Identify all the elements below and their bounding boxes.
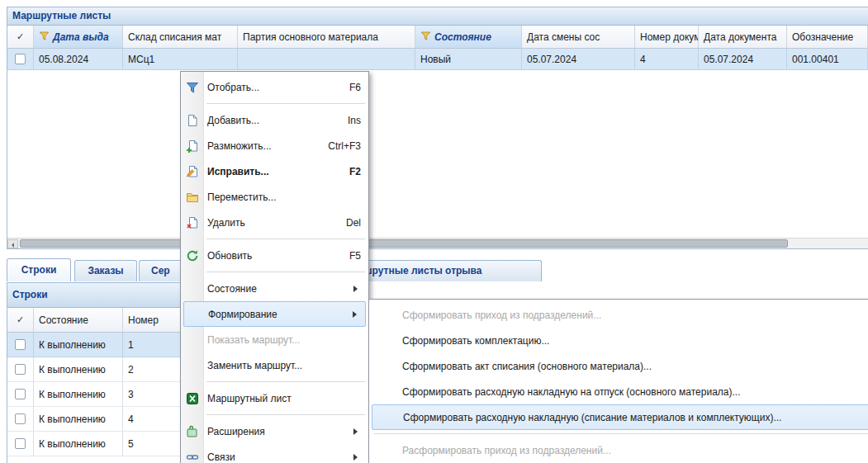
lower-tab-bar: Строки Заказы Сер Маршрутные листы отрыв… <box>7 257 868 281</box>
move-folder-icon <box>186 191 199 204</box>
column-header-select-all[interactable]: ✓ <box>7 26 34 49</box>
submenu-item-form-receipt-from-departments[interactable]: Сформировать приход из подразделений... <box>369 302 868 328</box>
submenu-arrow-icon <box>353 286 361 292</box>
menu-item-delete[interactable]: Удалить Del <box>181 210 368 235</box>
column-label: Состояние <box>39 314 88 326</box>
column-header-row-state[interactable]: Состояние <box>34 308 123 333</box>
menu-item-links[interactable]: Связи <box>181 444 368 463</box>
column-header-state[interactable]: Состояние <box>415 26 522 49</box>
horizontal-scrollbar[interactable] <box>7 238 868 248</box>
cell-doc-number: 4 <box>635 49 699 70</box>
tab-stroki[interactable]: Строки <box>7 258 71 281</box>
menu-item-extensions[interactable]: Расширения <box>181 418 368 444</box>
submenu-item-form-writeoff-act[interactable]: Сформировать акт списания (основного мат… <box>369 353 868 379</box>
column-header-doc-number[interactable]: Номер докум <box>635 26 699 49</box>
check-glyph: ✓ <box>17 31 24 42</box>
column-header-designation[interactable]: Обозначение <box>787 26 868 49</box>
row-checkbox[interactable] <box>15 438 26 449</box>
cell-row-state: К выполнению <box>34 333 123 357</box>
column-header-select-all[interactable]: ✓ <box>7 308 34 333</box>
menu-item-edit[interactable]: Исправить... F2 <box>181 158 368 184</box>
row-checkbox[interactable] <box>15 54 26 64</box>
menu-item-show-route[interactable]: Показать маршрут... <box>181 327 368 352</box>
extensions-icon <box>186 425 199 438</box>
submenu-item-unform-receipt-from-departments[interactable]: Расформировать приход из подразделений..… <box>369 437 868 463</box>
scrollbar-thumb[interactable] <box>20 239 788 248</box>
row-checkbox[interactable] <box>15 389 26 399</box>
menu-item-replace-route[interactable]: Заменить маршрут... <box>181 352 368 378</box>
column-header-issue-date[interactable]: Дата выда <box>34 26 123 49</box>
menu-separator <box>206 381 365 382</box>
column-header-state-change-date[interactable]: Дата смены сос <box>522 26 635 49</box>
refresh-icon <box>186 249 199 262</box>
submenu-arrow-icon <box>353 428 361 435</box>
add-document-icon <box>186 114 199 127</box>
row-checkbox-cell <box>7 432 34 456</box>
column-label: Номер <box>128 314 159 326</box>
menu-item-refresh[interactable]: Обновить F5 <box>181 243 368 268</box>
row-checkbox-cell <box>7 49 34 70</box>
row-checkbox-cell <box>7 357 34 382</box>
menu-separator <box>206 239 365 239</box>
column-label: Дата выда <box>53 31 109 43</box>
route-sheets-panel: Маршрутные листы ✓ Дата выда Склад списа… <box>7 7 868 249</box>
menu-item-state[interactable]: Состояние <box>181 276 368 301</box>
edit-document-icon <box>186 165 199 178</box>
submenu-item-form-expense-invoice-writeoff[interactable]: Сформировать расходную накладную (списан… <box>372 404 868 430</box>
cell-writeoff-warehouse: МСц1 <box>123 49 238 70</box>
menu-item-add[interactable]: Добавить... Ins <box>181 107 368 133</box>
submenu-arrow-icon <box>353 311 360 318</box>
cell-state: Новый <box>415 49 522 70</box>
row-checkbox-cell <box>7 333 34 357</box>
delete-document-icon <box>186 216 199 229</box>
column-label: Дата смены сос <box>527 31 600 43</box>
cell-row-state: К выполнению <box>34 357 123 382</box>
cell-row-state: К выполнению <box>34 432 123 456</box>
menu-item-duplicate[interactable]: Размножить... Ctrl+F3 <box>181 133 368 158</box>
excel-icon <box>186 392 199 405</box>
app-window: Маршрутные листы ✓ Дата выда Склад списа… <box>0 0 868 463</box>
column-label: Обозначение <box>792 31 853 43</box>
column-label: Склад списания мат <box>128 31 221 43</box>
row-checkbox-cell <box>7 407 34 432</box>
menu-item-formation[interactable]: Формирование <box>183 301 366 327</box>
menu-item-select[interactable]: Отобрать... F6 <box>181 74 368 100</box>
route-grid-header: ✓ Дата выда Склад списания мат Партия ос… <box>7 26 868 49</box>
tab-zakazy[interactable]: Заказы <box>74 260 137 281</box>
cell-row-state: К выполнению <box>34 407 123 432</box>
menu-separator <box>206 414 365 415</box>
menu-separator <box>374 433 868 434</box>
column-header-doc-date[interactable]: Дата документа <box>699 26 787 49</box>
table-row[interactable]: 05.08.2024 МСц1 Новый 05.07.2024 4 05.07… <box>7 49 868 70</box>
column-header-writeoff-warehouse[interactable]: Склад списания мат <box>123 26 238 49</box>
cell-state-change-date: 05.07.2024 <box>522 49 635 70</box>
filter-funnel-icon <box>420 31 431 44</box>
column-label: Дата документа <box>704 31 776 43</box>
menu-separator <box>206 103 365 104</box>
row-checkbox[interactable] <box>15 339 26 350</box>
submenu-item-form-expense-invoice-issue[interactable]: Сформировать расходную накладную на отпу… <box>369 379 868 404</box>
column-header-main-material-batch[interactable]: Партия основного материала <box>238 26 415 49</box>
duplicate-document-icon <box>186 139 199 153</box>
cell-designation: 001.00401 <box>787 49 868 70</box>
row-checkbox[interactable] <box>15 413 26 424</box>
menu-item-route-sheet[interactable]: Маршрутный лист <box>181 385 368 411</box>
column-label: Состояние <box>434 31 491 43</box>
cell-issue-date: 05.08.2024 <box>34 49 123 70</box>
menu-separator <box>206 272 365 272</box>
links-icon <box>186 451 199 463</box>
row-checkbox-cell <box>7 382 34 407</box>
row-checkbox[interactable] <box>15 364 26 375</box>
column-label: Партия основного материала <box>243 31 378 43</box>
submenu-item-form-picking[interactable]: Сформировать комплектацию... <box>369 328 868 353</box>
column-label: Номер докум <box>640 31 699 43</box>
cell-main-material-batch <box>238 49 415 70</box>
filter-funnel-icon <box>39 31 50 44</box>
submenu-arrow-icon <box>353 454 361 461</box>
check-glyph: ✓ <box>17 314 24 325</box>
scroll-left-button[interactable] <box>7 239 18 248</box>
cell-doc-date: 05.07.2024 <box>699 49 787 70</box>
context-menu: Отобрать... F6 Добавить... Ins Размножит… <box>180 71 369 463</box>
menu-item-move[interactable]: Переместить... <box>181 184 368 210</box>
panel-title-route-sheets: Маршрутные листы <box>7 7 868 26</box>
